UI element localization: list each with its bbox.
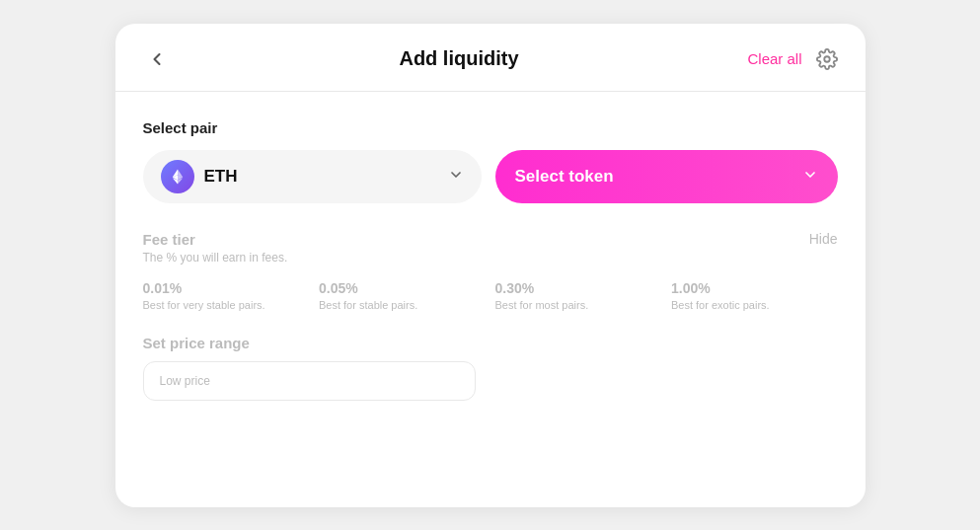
select-token-chevron-icon (802, 167, 818, 186)
fee-desc-005: Best for stable pairs. (319, 299, 486, 311)
select-pair-label: Select pair (143, 119, 838, 136)
select-token-label: Select token (515, 167, 614, 187)
fee-tier-subtitle: The % you will earn in fees. (143, 251, 288, 265)
fee-percent-100: 1.00% (671, 280, 838, 296)
header: Add liquidity Clear all (115, 24, 866, 92)
fee-header: Fee tier The % you will earn in fees. Hi… (143, 231, 838, 265)
settings-button[interactable] (816, 48, 838, 70)
low-price-label: Low price (160, 374, 460, 388)
select-token-button[interactable]: Select token (495, 150, 838, 203)
fee-desc-030: Best for most pairs. (495, 299, 662, 311)
fee-percent-001: 0.01% (143, 280, 310, 296)
fee-desc-100: Best for exotic pairs. (671, 299, 838, 311)
fee-percent-005: 0.05% (319, 280, 486, 296)
fee-tier-title: Fee tier (143, 231, 288, 248)
fee-option-005[interactable]: 0.05% Best for stable pairs. (319, 280, 486, 311)
price-range-section: Set price range Low price (143, 335, 838, 401)
pair-row: ETH Select token (143, 150, 838, 203)
fee-option-030[interactable]: 0.30% Best for most pairs. (495, 280, 662, 311)
clear-all-button[interactable]: Clear all (747, 50, 801, 67)
fee-percent-030: 0.30% (495, 280, 662, 296)
hide-fee-button[interactable]: Hide (809, 231, 838, 247)
page-title: Add liquidity (399, 47, 518, 70)
svg-point-0 (824, 56, 830, 62)
fee-options: 0.01% Best for very stable pairs. 0.05% … (143, 280, 838, 311)
fee-title-group: Fee tier The % you will earn in fees. (143, 231, 288, 265)
fee-option-001[interactable]: 0.01% Best for very stable pairs. (143, 280, 310, 311)
eth-token-selector[interactable]: ETH (143, 150, 482, 203)
content: Select pair ETH (115, 92, 866, 420)
fee-desc-001: Best for very stable pairs. (143, 299, 310, 311)
low-price-box: Low price (143, 361, 477, 401)
header-right: Clear all (747, 48, 837, 70)
price-range-label: Set price range (143, 335, 838, 351)
fee-section: Fee tier The % you will earn in fees. Hi… (143, 231, 838, 311)
main-card: Add liquidity Clear all Select pair (115, 24, 866, 507)
eth-chevron-icon (448, 167, 464, 186)
eth-icon (161, 160, 194, 193)
back-button[interactable] (143, 45, 171, 73)
header-left (143, 45, 171, 73)
fee-option-100[interactable]: 1.00% Best for exotic pairs. (671, 280, 838, 311)
eth-token-symbol: ETH (204, 167, 438, 187)
